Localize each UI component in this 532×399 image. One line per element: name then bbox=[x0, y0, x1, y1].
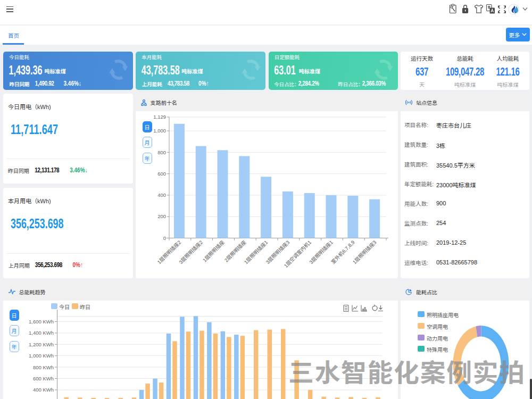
svg-text:1,000: 1,000 bbox=[153, 128, 166, 134]
svg-text:400 KWh: 400 KWh bbox=[33, 387, 54, 393]
svg-text:1层照明插座: 1层照明插座 bbox=[202, 239, 226, 263]
svg-text:1,400 KWh: 1,400 KWh bbox=[29, 330, 54, 336]
svg-text:600 KWh: 600 KWh bbox=[33, 376, 54, 381]
svg-text:400: 400 bbox=[157, 192, 166, 198]
svg-text:800: 800 bbox=[157, 149, 166, 155]
svg-text:0: 0 bbox=[163, 235, 166, 241]
svg-text:1,129: 1,129 bbox=[153, 114, 166, 120]
svg-text:600: 600 bbox=[157, 171, 166, 177]
svg-text:800 KWh: 800 KWh bbox=[33, 364, 54, 370]
svg-text:200: 200 bbox=[157, 213, 166, 219]
svg-text:1,000 KWh: 1,000 KWh bbox=[29, 353, 54, 359]
svg-text:1,600 KWh: 1,600 KWh bbox=[29, 319, 54, 325]
svg-text:1,200 KWh: 1,200 KWh bbox=[29, 342, 54, 347]
